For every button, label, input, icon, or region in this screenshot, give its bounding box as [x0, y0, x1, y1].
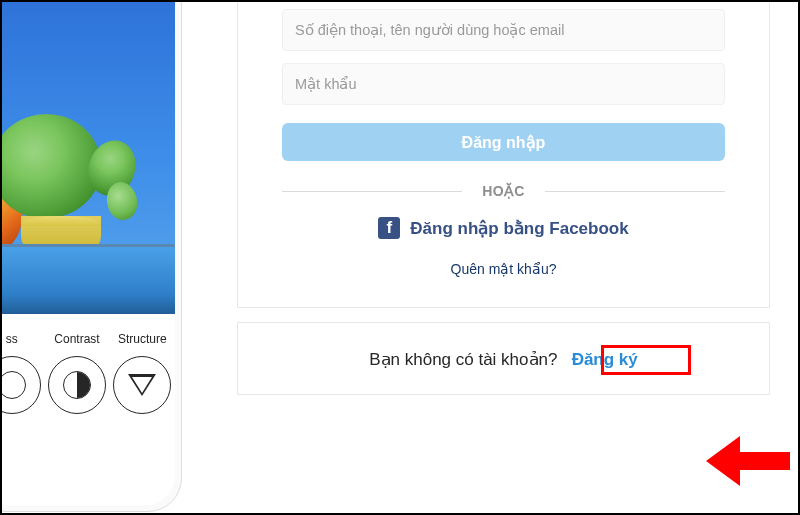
edit-tools-row: ss Contrast Structure	[0, 314, 175, 505]
phone-mockup: ss Contrast Structure	[0, 0, 182, 512]
signup-prompt: Bạn không có tài khoản?	[369, 350, 557, 369]
signup-card: Bạn không có tài khoản? Đăng ký	[237, 322, 770, 395]
facebook-login-button[interactable]: f Đăng nhập bằng Facebook	[282, 217, 725, 239]
tool-brightness-label: ss	[0, 332, 41, 346]
structure-icon	[128, 374, 156, 396]
tool-contrast-label: Contrast	[48, 332, 106, 346]
signup-link[interactable]: Đăng ký	[572, 350, 638, 369]
tool-brightness[interactable]: ss	[0, 332, 41, 414]
facebook-icon: f	[378, 217, 400, 239]
tool-structure[interactable]: Structure	[113, 332, 171, 414]
stage: ss Contrast Structure Đăng nhập	[0, 0, 800, 515]
contrast-icon	[63, 371, 91, 399]
username-field[interactable]	[282, 9, 725, 51]
login-button[interactable]: Đăng nhập	[282, 123, 725, 161]
forgot-password-link[interactable]: Quên mật khẩu?	[282, 261, 725, 277]
edited-photo	[0, 0, 175, 314]
password-field[interactable]	[282, 63, 725, 105]
login-card: Đăng nhập HOẶC f Đăng nhập bằng Facebook…	[237, 0, 770, 308]
tool-contrast[interactable]: Contrast	[48, 332, 106, 414]
login-panel-area: Đăng nhập HOẶC f Đăng nhập bằng Facebook…	[237, 2, 770, 513]
facebook-login-label: Đăng nhập bằng Facebook	[410, 218, 628, 239]
or-divider: HOẶC	[282, 183, 725, 199]
brightness-icon	[0, 371, 26, 399]
or-divider-label: HOẶC	[462, 183, 545, 199]
tool-structure-label: Structure	[113, 332, 171, 346]
phone-screen: ss Contrast Structure	[0, 0, 175, 505]
